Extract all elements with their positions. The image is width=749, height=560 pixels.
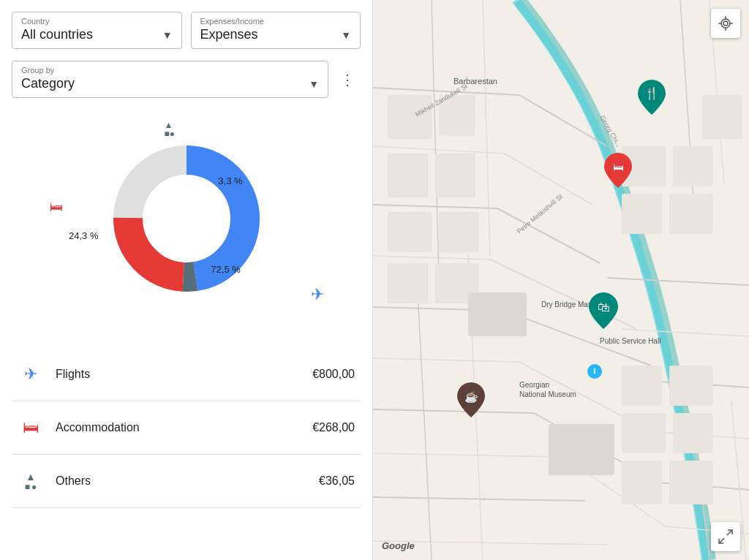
svg-rect-40 xyxy=(388,154,428,197)
accommodation-chart-icon: 🛏 xyxy=(50,200,63,215)
legend-item-accommodation: 🛏 Accommodation €268,00 xyxy=(12,401,361,455)
accommodation-legend-amount: €268,00 xyxy=(312,421,355,434)
svg-rect-53 xyxy=(622,413,666,453)
svg-text:🍴: 🍴 xyxy=(644,86,659,100)
others-legend-amount: €36,05 xyxy=(319,474,355,488)
svg-rect-57 xyxy=(549,424,614,475)
svg-rect-43 xyxy=(439,212,479,252)
svg-text:Barbarestan: Barbarestan xyxy=(453,77,497,86)
expense-dropdown[interactable]: Expenses/Income Expenses ▼ xyxy=(191,12,361,49)
flights-percent-label: 72,5 % xyxy=(211,264,240,275)
flights-legend-label: Flights xyxy=(56,368,301,381)
groupby-dropdown-arrow: ▼ xyxy=(309,78,319,90)
svg-rect-42 xyxy=(388,212,432,252)
accommodation-legend-label: Accommodation xyxy=(56,421,301,434)
svg-line-77 xyxy=(727,530,732,535)
shop-pin[interactable]: 🛍 xyxy=(587,291,620,328)
groupby-value-row: Category ▼ xyxy=(21,76,319,91)
legend-item-flights: ✈ Flights €800,00 xyxy=(12,348,361,401)
expense-value: Expenses xyxy=(200,27,258,42)
svg-text:Georgian: Georgian xyxy=(519,381,549,389)
svg-rect-47 xyxy=(673,146,713,186)
location-icon xyxy=(717,15,734,32)
others-percent-label: 3,3 % xyxy=(218,175,242,186)
svg-text:🛍: 🛍 xyxy=(597,300,609,314)
group-by-row: Group by Category ▼ ⋮ xyxy=(12,61,361,98)
svg-rect-50 xyxy=(669,194,713,234)
svg-rect-51 xyxy=(622,366,662,406)
expense-label: Expenses/Income xyxy=(200,17,352,26)
groupby-dropdown[interactable]: Group by Category ▼ xyxy=(12,61,328,98)
restaurant-pin[interactable]: 🍴 xyxy=(636,78,667,113)
dropdowns-row: Country All countries ▼ Expenses/Income … xyxy=(12,12,361,49)
country-dropdown[interactable]: Country All countries ▼ xyxy=(12,12,182,49)
expense-value-row: Expenses ▼ xyxy=(200,27,352,42)
svg-point-71 xyxy=(723,21,728,26)
flights-legend-amount: €800,00 xyxy=(312,368,355,381)
svg-rect-58 xyxy=(468,292,527,336)
svg-line-78 xyxy=(719,538,724,543)
flights-chart-icon: ✈ xyxy=(311,285,324,304)
country-dropdown-arrow: ▼ xyxy=(162,29,173,41)
map-panel: Barbarestan Dry Bridge Mark... Public Se… xyxy=(373,0,749,560)
svg-text:National Museum: National Museum xyxy=(519,390,576,398)
left-panel: Country All countries ▼ Expenses/Income … xyxy=(0,0,373,560)
accommodation-legend-icon: 🛏 xyxy=(18,415,44,441)
svg-point-76 xyxy=(721,19,730,28)
svg-rect-52 xyxy=(669,366,713,406)
svg-text:Public Service Hall: Public Service Hall xyxy=(600,337,660,345)
svg-point-4 xyxy=(145,177,228,260)
svg-rect-41 xyxy=(435,154,475,197)
svg-rect-49 xyxy=(622,194,662,234)
svg-rect-56 xyxy=(669,461,713,504)
expense-dropdown-arrow: ▼ xyxy=(341,29,351,41)
others-legend-label: Others xyxy=(56,474,307,488)
donut-chart xyxy=(91,124,282,314)
country-value-row: All countries ▼ xyxy=(21,27,173,42)
country-value: All countries xyxy=(21,27,93,42)
cafe-pin[interactable]: ☕ xyxy=(456,381,486,416)
svg-text:☕: ☕ xyxy=(464,390,478,404)
chart-area: ▲ ■● 🛏 ✈ xyxy=(12,113,361,325)
country-label: Country xyxy=(21,17,173,26)
location-button[interactable] xyxy=(711,9,740,38)
museum-icon: ℹ xyxy=(587,364,602,379)
svg-text:🛏: 🛏 xyxy=(612,161,623,173)
others-legend-icon: ▲ ■● xyxy=(18,468,44,494)
expand-button[interactable] xyxy=(711,522,740,551)
svg-rect-38 xyxy=(388,95,432,139)
expand-icon xyxy=(717,528,734,545)
svg-rect-54 xyxy=(673,413,713,453)
groupby-value: Category xyxy=(21,76,75,91)
accommodation-percent-label: 24,3 % xyxy=(69,230,98,241)
hotel-pin[interactable]: 🛏 xyxy=(603,151,633,186)
others-chart-icon: ▲ ■● xyxy=(165,120,176,139)
svg-rect-44 xyxy=(388,263,428,303)
svg-rect-48 xyxy=(702,95,742,139)
google-logo: Google xyxy=(382,540,415,551)
map-svg: Barbarestan Dry Bridge Mark... Public Se… xyxy=(373,0,749,560)
groupby-label: Group by xyxy=(21,66,319,75)
legend-item-others: ▲ ■● Others €36,05 xyxy=(12,455,361,508)
flights-legend-icon: ✈ xyxy=(18,361,44,387)
legend-list: ✈ Flights €800,00 🛏 Accommodation €268,0… xyxy=(12,348,361,508)
svg-rect-55 xyxy=(622,461,662,504)
more-options-button[interactable]: ⋮ xyxy=(334,67,361,93)
